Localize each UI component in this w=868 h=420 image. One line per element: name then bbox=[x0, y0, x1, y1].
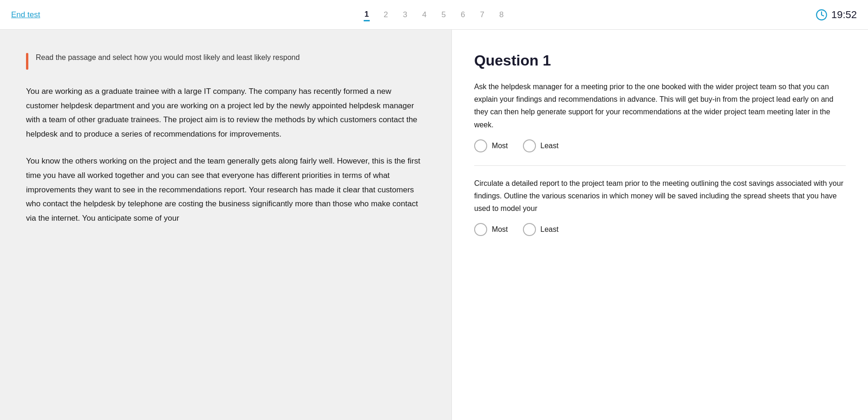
least-text-b: Least bbox=[541, 225, 559, 234]
instruction-text: Read the passage and select how you woul… bbox=[36, 52, 300, 63]
main-container: Read the passage and select how you woul… bbox=[0, 30, 868, 420]
least-text-a: Least bbox=[541, 142, 559, 150]
end-test-link[interactable]: End test bbox=[11, 10, 40, 20]
timer: 19:52 bbox=[816, 9, 857, 21]
nav-num-6[interactable]: 6 bbox=[460, 8, 466, 21]
nav-num-2[interactable]: 2 bbox=[383, 8, 389, 21]
instruction-block: Read the passage and select how you woul… bbox=[26, 52, 425, 70]
timer-display: 19:52 bbox=[831, 9, 857, 21]
passage-paragraph-1: You are working as a graduate trainee wi… bbox=[26, 85, 425, 141]
most-radio-b[interactable] bbox=[474, 223, 487, 236]
passage-paragraph-2: You know the others working on the proje… bbox=[26, 154, 425, 225]
question-panel: Question 1 Ask the helpdesk manager for … bbox=[451, 30, 868, 420]
header: End test 12345678 19:52 bbox=[0, 0, 868, 30]
question-title: Question 1 bbox=[474, 52, 846, 69]
nav-num-7[interactable]: 7 bbox=[479, 8, 485, 21]
least-radio-b[interactable] bbox=[523, 223, 536, 236]
divider bbox=[474, 165, 846, 166]
most-text-a: Most bbox=[492, 142, 508, 150]
answer-option-a: Ask the helpdesk manager for a meeting p… bbox=[474, 80, 846, 152]
nav-num-5[interactable]: 5 bbox=[441, 8, 447, 21]
radio-group-a: Most Least bbox=[474, 139, 846, 152]
most-text-b: Most bbox=[492, 225, 508, 234]
most-label-b[interactable]: Most bbox=[474, 223, 508, 236]
least-radio-a[interactable] bbox=[523, 139, 536, 152]
least-label-a[interactable]: Least bbox=[523, 139, 559, 152]
passage-panel: Read the passage and select how you woul… bbox=[0, 30, 451, 420]
least-label-b[interactable]: Least bbox=[523, 223, 559, 236]
nav-num-8[interactable]: 8 bbox=[498, 8, 504, 21]
most-radio-a[interactable] bbox=[474, 139, 487, 152]
orange-bar bbox=[26, 53, 28, 70]
answer-text-a: Ask the helpdesk manager for a meeting p… bbox=[474, 80, 846, 131]
nav-num-4[interactable]: 4 bbox=[421, 8, 427, 21]
question-nav: 12345678 bbox=[364, 8, 505, 21]
nav-num-1[interactable]: 1 bbox=[364, 8, 370, 21]
radio-group-b: Most Least bbox=[474, 223, 846, 236]
answer-option-b: Circulate a detailed report to the proje… bbox=[474, 177, 846, 236]
answer-text-b: Circulate a detailed report to the proje… bbox=[474, 177, 846, 215]
timer-icon bbox=[816, 9, 828, 21]
nav-num-3[interactable]: 3 bbox=[402, 8, 408, 21]
most-label-a[interactable]: Most bbox=[474, 139, 508, 152]
passage-text: You are working as a graduate trainee wi… bbox=[26, 85, 425, 225]
